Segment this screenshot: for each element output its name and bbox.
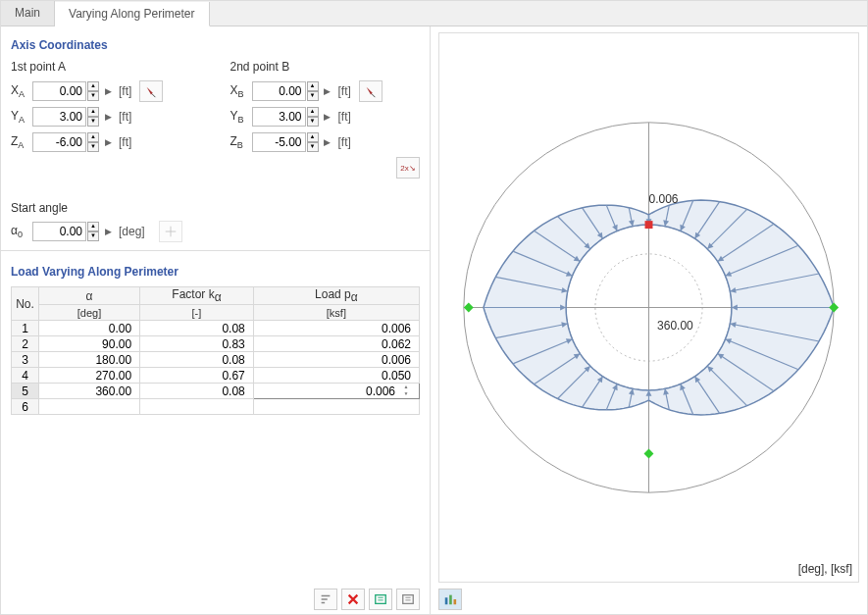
table-row[interactable]: 3180.000.080.006 — [12, 352, 420, 368]
alpha0-label: α0 — [11, 224, 32, 239]
xa-spinner[interactable]: ▲▼ — [87, 81, 99, 101]
th-factor-unit: [-] — [140, 305, 254, 321]
ya-dropdown[interactable]: ▶ — [101, 107, 115, 127]
marker-270-left — [464, 303, 474, 313]
cell-factor[interactable]: 0.83 — [140, 336, 254, 352]
yb-label: YB — [230, 109, 252, 125]
table-row[interactable]: 6 — [12, 399, 420, 415]
za-unit: [ft] — [119, 135, 131, 149]
alpha0-pick-button[interactable] — [159, 221, 182, 242]
row-number[interactable]: 1 — [12, 321, 39, 336]
alpha0-unit: [deg] — [119, 225, 145, 238]
tab-bar: Main Varying Along Perimeter — [1, 1, 867, 26]
delete-button[interactable] — [341, 589, 365, 610]
chart-settings-button[interactable] — [438, 589, 462, 610]
za-dropdown[interactable]: ▶ — [101, 132, 115, 152]
za-spinner[interactable]: ▲▼ — [87, 132, 99, 152]
cell-factor[interactable] — [140, 399, 254, 415]
svg-rect-1 — [403, 595, 414, 604]
row-number[interactable]: 5 — [12, 384, 39, 399]
xa-label: XA — [11, 83, 32, 99]
cell-load[interactable]: ▲▼ — [253, 384, 419, 399]
row-number[interactable]: 2 — [12, 336, 39, 352]
xb-input[interactable] — [252, 81, 306, 101]
alpha0-dropdown[interactable]: ▶ — [101, 222, 115, 241]
cell-alpha[interactable]: 180.00 — [39, 352, 140, 368]
row-number[interactable]: 6 — [12, 399, 39, 415]
yb-unit: [ft] — [338, 110, 351, 124]
cell-factor[interactable]: 0.67 — [140, 368, 254, 384]
xb-unit: [ft] — [338, 84, 351, 98]
cell-load-spinner[interactable]: ▲▼ — [401, 384, 411, 398]
za-input[interactable] — [32, 132, 86, 152]
pick-a-button[interactable] — [139, 80, 163, 102]
yb-dropdown[interactable]: ▶ — [321, 107, 334, 127]
zb-unit: [ft] — [338, 135, 351, 149]
ya-unit: [ft] — [119, 110, 131, 124]
cell-alpha[interactable] — [39, 399, 140, 415]
xa-dropdown[interactable]: ▶ — [101, 81, 115, 101]
ya-spinner[interactable]: ▲▼ — [87, 107, 99, 127]
row-number[interactable]: 3 — [12, 352, 39, 368]
chart-axis-label: [deg], [ksf] — [798, 562, 852, 576]
cell-load[interactable] — [253, 399, 419, 415]
alpha0-input[interactable] — [32, 222, 86, 241]
cell-alpha[interactable]: 360.00 — [39, 384, 140, 399]
sort-button[interactable] — [314, 589, 337, 610]
cell-load-input[interactable] — [346, 384, 395, 398]
import-button[interactable] — [369, 589, 392, 610]
zb-input[interactable] — [252, 132, 306, 152]
marker-180 — [644, 448, 654, 458]
polar-chart-svg — [439, 33, 858, 582]
tab-main[interactable]: Main — [1, 1, 55, 26]
chart-center-label: 360.00 — [657, 319, 693, 333]
zb-label: ZB — [230, 134, 252, 150]
cell-load[interactable]: 0.006 — [253, 352, 419, 368]
th-factor: Factor kα — [140, 287, 254, 305]
point-a-title: 1st point A — [11, 60, 201, 74]
th-alpha-unit: [deg] — [39, 305, 140, 321]
start-angle-title: Start angle — [11, 201, 420, 215]
xb-dropdown[interactable]: ▶ — [321, 81, 334, 101]
svg-rect-73 — [454, 599, 457, 604]
yb-spinner[interactable]: ▲▼ — [307, 107, 319, 127]
table-row[interactable]: 290.000.830.062 — [12, 336, 420, 352]
xb-label: XB — [230, 83, 252, 99]
table-row[interactable]: 4270.000.670.050 — [12, 368, 420, 384]
alpha0-spinner[interactable]: ▲▼ — [87, 222, 99, 241]
zb-spinner[interactable]: ▲▼ — [307, 132, 319, 152]
cell-load[interactable]: 0.006 — [253, 321, 419, 336]
table-row[interactable]: 5360.000.08▲▼ — [12, 384, 420, 399]
row-number[interactable]: 4 — [12, 368, 39, 384]
xa-input[interactable] — [32, 81, 86, 101]
export-button[interactable] — [396, 589, 420, 610]
xa-unit: [ft] — [119, 84, 131, 98]
cell-load[interactable]: 0.050 — [253, 368, 419, 384]
ya-label: YA — [11, 109, 32, 125]
table-toolbar — [11, 583, 420, 610]
tab-varying-perimeter[interactable]: Varying Along Perimeter — [55, 2, 210, 26]
cell-factor[interactable]: 0.08 — [140, 321, 254, 336]
load-table-title: Load Varying Along Perimeter — [11, 265, 420, 279]
load-table: No. α Factor kα Load pα [deg] [-] [ksf] … — [11, 286, 420, 415]
cell-factor[interactable]: 0.08 — [140, 384, 254, 399]
yb-input[interactable] — [252, 107, 306, 127]
svg-rect-71 — [445, 597, 448, 604]
cell-alpha[interactable]: 0.00 — [39, 321, 140, 336]
cell-factor[interactable]: 0.08 — [140, 352, 254, 368]
marker-0 — [645, 221, 653, 229]
th-alpha: α — [39, 287, 140, 305]
th-load-unit: [ksf] — [253, 305, 419, 321]
chart-top-label: 0.006 — [649, 192, 679, 206]
pick-2x-button[interactable]: 2x↘ — [396, 157, 420, 179]
pick-b-button[interactable] — [359, 80, 383, 102]
cell-load[interactable]: 0.062 — [253, 336, 419, 352]
zb-dropdown[interactable]: ▶ — [321, 132, 334, 152]
table-row[interactable]: 10.000.080.006 — [12, 321, 420, 336]
cell-alpha[interactable]: 270.00 — [39, 368, 140, 384]
cell-alpha[interactable]: 90.00 — [39, 336, 140, 352]
xb-spinner[interactable]: ▲▼ — [307, 81, 319, 101]
ya-input[interactable] — [32, 107, 86, 127]
svg-rect-0 — [376, 595, 386, 604]
th-load: Load pα — [253, 287, 419, 305]
